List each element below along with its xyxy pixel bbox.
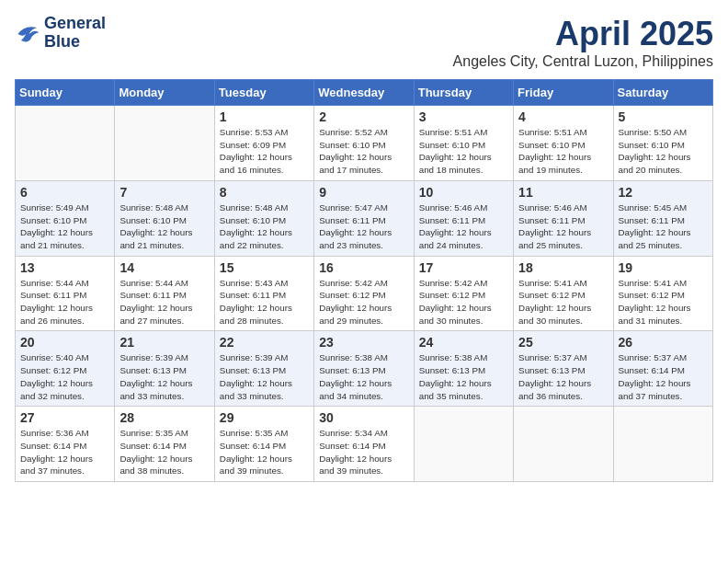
day-info: Sunrise: 5:42 AMSunset: 6:12 PMDaylight:… [319,277,408,327]
calendar-week-row: 1Sunrise: 5:53 AMSunset: 6:09 PMDaylight… [16,106,713,181]
day-number: 7 [119,185,209,200]
day-info: Sunrise: 5:49 AMSunset: 6:10 PMDaylight:… [20,201,109,252]
day-info: Sunrise: 5:37 AMSunset: 6:14 PMDaylight:… [619,351,708,402]
calendar-cell: 22Sunrise: 5:39 AMSunset: 6:13 PMDayligh… [214,331,313,407]
day-number: 3 [419,109,508,124]
title-area: April 2025 Angeles City, Central Luzon, … [453,15,713,70]
day-header-sunday: Sunday [16,80,115,106]
calendar-cell [613,407,712,482]
calendar-cell: 23Sunrise: 5:38 AMSunset: 6:13 PMDayligh… [314,331,414,407]
day-number: 23 [319,335,408,350]
day-info: Sunrise: 5:50 AMSunset: 6:10 PMDaylight:… [619,126,708,177]
day-number: 26 [619,335,708,350]
calendar-cell: 29Sunrise: 5:35 AMSunset: 6:14 PMDayligh… [214,407,313,482]
day-header-tuesday: Tuesday [214,80,313,106]
day-header-wednesday: Wednesday [314,80,414,106]
header: General Blue April 2025 Angeles City, Ce… [15,15,713,70]
day-info: Sunrise: 5:41 AMSunset: 6:12 PMDaylight:… [619,277,708,327]
calendar-cell: 21Sunrise: 5:39 AMSunset: 6:13 PMDayligh… [115,331,214,407]
day-number: 14 [119,260,209,275]
calendar-cell: 24Sunrise: 5:38 AMSunset: 6:13 PMDayligh… [414,331,513,407]
calendar-week-row: 6Sunrise: 5:49 AMSunset: 6:10 PMDaylight… [16,180,713,256]
day-number: 21 [119,335,209,350]
day-number: 17 [419,260,508,275]
calendar-cell: 4Sunrise: 5:51 AMSunset: 6:10 PMDaylight… [514,106,613,181]
location-title: Angeles City, Central Luzon, Philippines [453,53,713,70]
calendar-cell: 30Sunrise: 5:34 AMSunset: 6:14 PMDayligh… [314,407,414,482]
calendar-cell: 20Sunrise: 5:40 AMSunset: 6:12 PMDayligh… [16,331,115,407]
month-title: April 2025 [453,15,713,53]
calendar-cell [115,106,214,181]
day-header-friday: Friday [514,80,613,106]
calendar-cell: 13Sunrise: 5:44 AMSunset: 6:11 PMDayligh… [16,256,115,331]
day-number: 28 [119,410,209,425]
day-info: Sunrise: 5:53 AMSunset: 6:09 PMDaylight:… [220,126,309,177]
day-info: Sunrise: 5:45 AMSunset: 6:11 PMDaylight:… [619,201,708,252]
day-info: Sunrise: 5:42 AMSunset: 6:12 PMDaylight:… [419,277,508,327]
calendar-cell: 1Sunrise: 5:53 AMSunset: 6:09 PMDaylight… [214,106,313,181]
day-info: Sunrise: 5:40 AMSunset: 6:12 PMDaylight:… [20,351,109,402]
day-info: Sunrise: 5:39 AMSunset: 6:13 PMDaylight:… [220,351,309,402]
calendar-cell: 8Sunrise: 5:48 AMSunset: 6:10 PMDaylight… [214,180,313,256]
calendar-cell: 3Sunrise: 5:51 AMSunset: 6:10 PMDaylight… [414,106,513,181]
calendar-cell: 15Sunrise: 5:43 AMSunset: 6:11 PMDayligh… [214,256,313,331]
day-info: Sunrise: 5:34 AMSunset: 6:14 PMDaylight:… [319,427,408,477]
day-number: 8 [220,185,309,200]
day-info: Sunrise: 5:46 AMSunset: 6:11 PMDaylight:… [419,201,508,252]
day-number: 20 [20,335,109,350]
logo-icon [15,21,40,47]
calendar-cell: 28Sunrise: 5:35 AMSunset: 6:14 PMDayligh… [115,407,214,482]
day-number: 6 [20,185,109,200]
day-number: 19 [619,260,708,275]
calendar-cell: 5Sunrise: 5:50 AMSunset: 6:10 PMDaylight… [613,106,712,181]
day-info: Sunrise: 5:44 AMSunset: 6:11 PMDaylight:… [20,277,109,327]
calendar-cell: 19Sunrise: 5:41 AMSunset: 6:12 PMDayligh… [613,256,712,331]
calendar-cell: 27Sunrise: 5:36 AMSunset: 6:14 PMDayligh… [16,407,115,482]
calendar-cell: 12Sunrise: 5:45 AMSunset: 6:11 PMDayligh… [613,180,712,256]
day-number: 15 [220,260,309,275]
day-info: Sunrise: 5:39 AMSunset: 6:13 PMDaylight:… [119,351,209,402]
day-info: Sunrise: 5:41 AMSunset: 6:12 PMDaylight:… [518,277,608,327]
day-info: Sunrise: 5:36 AMSunset: 6:14 PMDaylight:… [20,427,109,477]
day-header-monday: Monday [115,80,214,106]
calendar-cell: 2Sunrise: 5:52 AMSunset: 6:10 PMDaylight… [314,106,414,181]
day-info: Sunrise: 5:35 AMSunset: 6:14 PMDaylight:… [220,427,309,477]
calendar-week-row: 20Sunrise: 5:40 AMSunset: 6:12 PMDayligh… [16,331,713,407]
calendar-cell: 26Sunrise: 5:37 AMSunset: 6:14 PMDayligh… [613,331,712,407]
day-number: 12 [619,185,708,200]
day-info: Sunrise: 5:47 AMSunset: 6:11 PMDaylight:… [319,201,408,252]
calendar-cell: 7Sunrise: 5:48 AMSunset: 6:10 PMDaylight… [115,180,214,256]
day-number: 1 [220,109,309,124]
day-number: 9 [319,185,408,200]
day-info: Sunrise: 5:43 AMSunset: 6:11 PMDaylight:… [220,277,309,327]
day-info: Sunrise: 5:38 AMSunset: 6:13 PMDaylight:… [319,351,408,402]
logo: General Blue [15,15,106,52]
day-number: 25 [518,335,608,350]
day-info: Sunrise: 5:38 AMSunset: 6:13 PMDaylight:… [419,351,508,402]
day-info: Sunrise: 5:37 AMSunset: 6:13 PMDaylight:… [518,351,608,402]
calendar-cell: 16Sunrise: 5:42 AMSunset: 6:12 PMDayligh… [314,256,414,331]
calendar-cell: 14Sunrise: 5:44 AMSunset: 6:11 PMDayligh… [115,256,214,331]
day-number: 27 [20,410,109,425]
day-info: Sunrise: 5:52 AMSunset: 6:10 PMDaylight:… [319,126,408,177]
calendar-cell: 11Sunrise: 5:46 AMSunset: 6:11 PMDayligh… [514,180,613,256]
day-number: 18 [518,260,608,275]
day-info: Sunrise: 5:48 AMSunset: 6:10 PMDaylight:… [220,201,309,252]
calendar-week-row: 13Sunrise: 5:44 AMSunset: 6:11 PMDayligh… [16,256,713,331]
day-info: Sunrise: 5:48 AMSunset: 6:10 PMDaylight:… [119,201,209,252]
day-number: 4 [518,109,608,124]
day-number: 13 [20,260,109,275]
calendar-week-row: 27Sunrise: 5:36 AMSunset: 6:14 PMDayligh… [16,407,713,482]
day-number: 29 [220,410,309,425]
calendar-cell: 10Sunrise: 5:46 AMSunset: 6:11 PMDayligh… [414,180,513,256]
day-info: Sunrise: 5:46 AMSunset: 6:11 PMDaylight:… [518,201,608,252]
day-number: 2 [319,109,408,124]
calendar-cell [514,407,613,482]
day-header-thursday: Thursday [414,80,513,106]
day-number: 24 [419,335,508,350]
day-info: Sunrise: 5:51 AMSunset: 6:10 PMDaylight:… [419,126,508,177]
day-number: 10 [419,185,508,200]
calendar-header-row: SundayMondayTuesdayWednesdayThursdayFrid… [16,80,713,106]
calendar-cell [16,106,115,181]
calendar-cell: 17Sunrise: 5:42 AMSunset: 6:12 PMDayligh… [414,256,513,331]
